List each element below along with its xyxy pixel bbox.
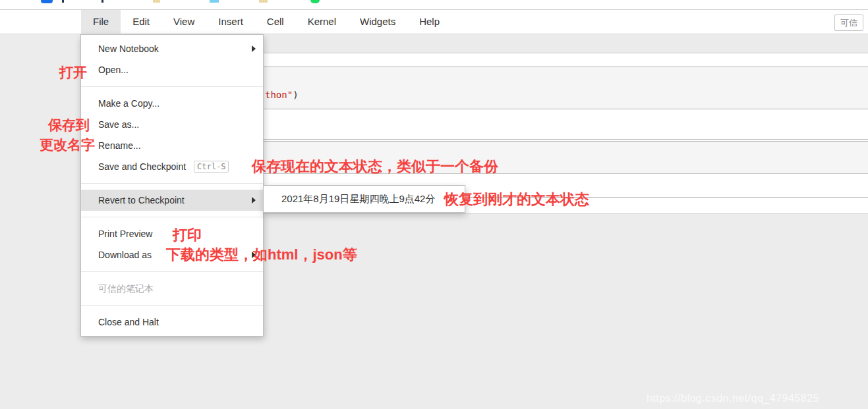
menu-item-new-notebook[interactable]: New Notebook	[81, 38, 263, 59]
submenu-arrow-icon	[252, 45, 256, 52]
menu-divider	[81, 305, 263, 306]
annotation-download-as: 下载的类型，如html，json等	[166, 245, 357, 265]
menubar: File Edit View Insert Cell Kernel Widget…	[0, 9, 868, 34]
menu-item-open[interactable]: Open...	[81, 59, 263, 80]
favicon-fragment-icon	[62, 0, 64, 3]
menu-item-label: New Notebook	[98, 43, 159, 54]
annotation-open: 打开	[59, 63, 87, 82]
menu-divider	[81, 183, 263, 184]
favicon-fragment-icon	[259, 0, 268, 3]
menu-item-label: Save as...	[98, 119, 139, 130]
favicon-fragment-icon	[210, 0, 219, 3]
file-menu-dropdown: New Notebook Open... Make a Copy... Save…	[80, 34, 264, 337]
code-string-fragment: thon"	[265, 90, 293, 100]
annotation-print: 打印	[173, 225, 202, 245]
menu-item-make-a-copy[interactable]: Make a Copy...	[81, 93, 263, 114]
menu-item-save-as[interactable]: Save as...	[81, 114, 263, 135]
notebook-toolbar-band	[264, 34, 868, 53]
code-fragment: thon")	[265, 90, 299, 100]
trusted-button[interactable]: 可信	[834, 14, 863, 31]
menu-item-save-and-checkpoint[interactable]: Save and CheckpointCtrl-S	[81, 156, 263, 177]
annotation-rename: 更改名字	[40, 136, 95, 154]
menu-item-label: Open...	[98, 65, 129, 75]
menubar-item-cell[interactable]: Cell	[255, 10, 296, 34]
menu-item-checkpoint-timestamp[interactable]: 2021年8月19日星期四晚上9点42分	[264, 186, 465, 212]
favicon-fragment-icon	[310, 0, 320, 3]
menu-item-close-and-halt[interactable]: Close and Halt	[81, 312, 263, 333]
menu-item-label: Download as	[98, 250, 152, 260]
menubar-item-file[interactable]: File	[81, 10, 121, 34]
menu-item-label: Save and Checkpoint	[98, 161, 186, 172]
menu-item-label: Rename...	[98, 140, 141, 151]
menu-item-revert-to-checkpoint[interactable]: Revert to Checkpoint	[81, 190, 263, 211]
menu-item-print-preview[interactable]: Print Preview	[81, 223, 263, 244]
annotation-revert-checkpoint: 恢复到刚才的文本状态	[444, 190, 589, 209]
menubar-item-insert[interactable]: Insert	[206, 10, 255, 34]
menubar-item-view[interactable]: View	[161, 10, 206, 34]
menubar-list: File Edit View Insert Cell Kernel Widget…	[0, 10, 868, 34]
annotation-save-as: 保存到	[48, 116, 90, 134]
favicon-fragment-icon	[153, 0, 160, 3]
checkpoint-submenu: 2021年8月19日星期四晚上9点42分	[263, 185, 465, 213]
menu-divider	[81, 86, 263, 87]
favicon-fragment-icon	[41, 0, 53, 3]
favicon-fragment-icon	[101, 0, 103, 3]
menubar-item-help[interactable]: Help	[407, 10, 451, 34]
menubar-item-edit[interactable]: Edit	[121, 10, 161, 34]
menu-item-label: Close and Halt	[98, 317, 159, 327]
cell-border-line	[264, 139, 868, 140]
browser-tab-strip	[0, 0, 868, 9]
menu-item-label: Revert to Checkpoint	[98, 195, 185, 205]
menubar-item-widgets[interactable]: Widgets	[348, 10, 407, 34]
code-paren: )	[293, 90, 298, 100]
menu-item-trusted-notebook: 可信的笔记本	[81, 278, 263, 299]
menu-item-label: Make a Copy...	[98, 98, 159, 109]
annotation-save-checkpoint: 保存现在的文本状态，类似于一个备份	[252, 157, 498, 177]
menubar-item-kernel[interactable]: Kernel	[296, 10, 348, 34]
menu-item-label: 可信的笔记本	[98, 283, 154, 294]
menu-divider	[81, 271, 263, 272]
menu-item-label: Print Preview	[98, 229, 152, 239]
shortcut-ctrl-s: Ctrl-S	[194, 161, 229, 173]
csdn-watermark: https://blog.csdn.net/qq_47945825	[647, 393, 819, 404]
menu-item-rename[interactable]: Rename...	[81, 135, 263, 156]
submenu-arrow-icon	[252, 197, 256, 204]
file-menu-list: New Notebook Open... Make a Copy... Save…	[81, 38, 263, 333]
code-cell[interactable]	[264, 67, 868, 109]
menu-divider	[81, 217, 263, 217]
